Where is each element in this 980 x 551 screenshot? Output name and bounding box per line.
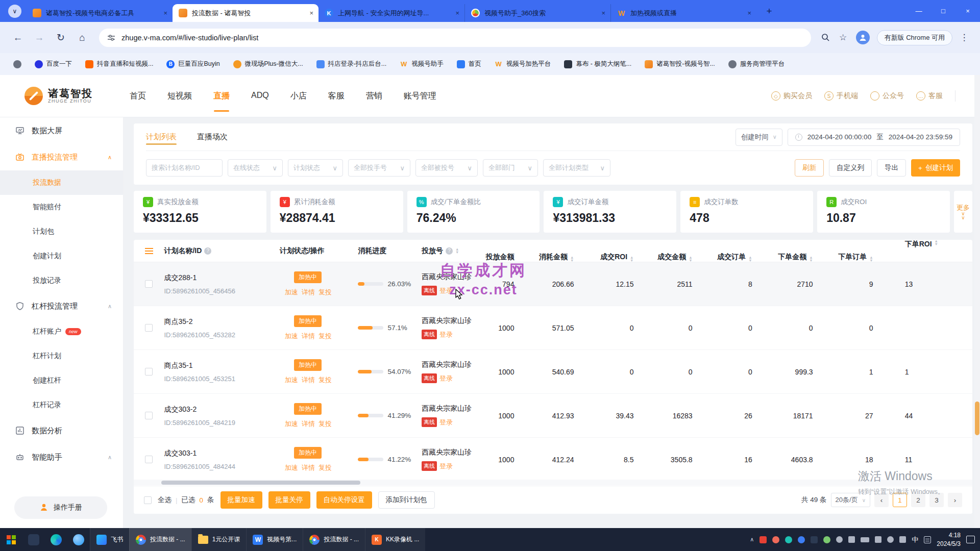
login-link[interactable]: 登录 (439, 330, 453, 339)
accelerate-link[interactable]: 加速 (285, 332, 298, 341)
minimize-button[interactable]: — (906, 0, 931, 22)
row-checkbox[interactable] (145, 280, 153, 288)
sidebar-item-data-screen[interactable]: 数据大屏 (0, 117, 123, 144)
browser-app-icon[interactable] (67, 528, 90, 551)
help-icon[interactable]: ? (204, 247, 211, 255)
mic-tray-icon[interactable] (836, 536, 843, 543)
bulk-stop-button[interactable]: 批量关停 (268, 491, 310, 509)
speaker-tray-icon[interactable] (875, 536, 881, 543)
login-link[interactable]: 登录 (439, 418, 453, 427)
reinvest-link[interactable]: 复投 (318, 332, 332, 341)
start-button[interactable] (0, 528, 22, 551)
login-link[interactable]: 登录 (439, 462, 453, 471)
tray-icon-red[interactable] (760, 536, 767, 543)
sidebar-item-lever-account[interactable]: 杠杆账户new (0, 319, 123, 344)
table-row[interactable]: 商点35-2ID:5896261005_453282 加热中 加速详情复投 57… (134, 306, 972, 350)
custom-columns-button[interactable]: 自定义列 (829, 159, 872, 177)
browser-tab-3[interactable]: K 上网导航 - 安全实用的网址导... × (318, 4, 464, 22)
table-row[interactable]: 商点35-1ID:5896261005_453251 加热中 加速详情复投 54… (134, 350, 972, 394)
back-icon[interactable]: ← (9, 29, 27, 46)
close-icon[interactable]: × (601, 9, 605, 17)
sidebar-item-create-lever[interactable]: 创建杠杆 (0, 368, 123, 393)
close-icon[interactable]: × (455, 9, 459, 17)
browser-tab-1[interactable]: 诸葛智投-视频号电商必备工具 × (27, 4, 173, 22)
plan-search-input[interactable]: 搜索计划名称/ID (146, 159, 223, 177)
bookmark-buyin[interactable]: B巨量百应Buyin (166, 60, 219, 68)
chrome-update-button[interactable]: 有新版 Chrome 可用 (877, 30, 952, 45)
bookmark-mubu[interactable]: 幕布 - 极简大纲笔... (564, 60, 631, 68)
bookmark-doudian[interactable]: 抖店登录-抖店后台... (316, 60, 387, 68)
export-button[interactable]: 导出 (877, 159, 906, 177)
tab-search-button[interactable]: ∨ (8, 5, 21, 18)
menu-dots-icon[interactable]: ⋮ (955, 29, 973, 46)
sidebar-item-create-plan[interactable]: 创建计划 (0, 244, 123, 268)
column-settings-icon[interactable] (145, 248, 153, 254)
nav-home[interactable]: 首页 (130, 88, 146, 105)
mobile-link[interactable]: S手机端 (824, 91, 858, 101)
nav-account-mgmt[interactable]: 账号管理 (404, 88, 436, 105)
sort-icons[interactable]: ▲▼ (689, 256, 692, 262)
browser-tab-5[interactable]: W 加热视频或直播 × (610, 4, 756, 22)
sidebar-item-smart-compensation[interactable]: 智能赔付 (0, 195, 123, 219)
reinvest-link[interactable]: 复投 (318, 375, 332, 385)
forward-icon[interactable]: → (31, 29, 48, 46)
create-plan-button[interactable]: +创建计划 (911, 159, 960, 177)
maximize-button[interactable]: □ (931, 0, 955, 22)
nav-adq[interactable]: ADQ (251, 88, 269, 105)
close-icon[interactable]: × (747, 9, 751, 17)
auto-stop-settings-button[interactable]: 自动关停设置 (316, 491, 372, 509)
refresh-button[interactable]: 刷新 (795, 159, 824, 177)
sort-icons[interactable]: ▲▼ (455, 248, 459, 254)
more-stats-button[interactable]: 更多 ∨ ∨ (954, 191, 972, 233)
next-page-button[interactable]: › (948, 493, 962, 507)
tray-expand-icon[interactable]: ∧ (750, 536, 754, 543)
accelerate-link[interactable]: 加速 (285, 419, 298, 429)
keyboard-layout-icon[interactable] (924, 536, 931, 543)
date-range-picker[interactable]: 2024-04-20 00:00:00 至 2024-04-20 23:59:5… (788, 129, 960, 146)
accelerate-link[interactable]: 加速 (285, 375, 298, 385)
bookmark-provider-platform[interactable]: 服务商管理平台 (728, 60, 785, 68)
reinvest-link[interactable]: 复投 (318, 463, 332, 472)
plan-type-select[interactable]: 全部计划类型∨ (543, 159, 610, 177)
nav-shop[interactable]: 小店 (290, 88, 307, 105)
bookmark-baidu[interactable]: 百度一下 (35, 60, 72, 68)
bookmark-globe[interactable] (13, 60, 21, 68)
close-icon[interactable]: × (309, 9, 313, 17)
usb-tray-icon[interactable] (887, 536, 894, 543)
close-window-button[interactable]: × (955, 0, 980, 22)
add-to-package-button[interactable]: 添加到计划包 (378, 491, 435, 509)
sidebar-item-data-analysis[interactable]: 数据分析 (0, 417, 123, 444)
tray-icon-orange[interactable] (772, 536, 779, 543)
sidebar-item-delivery-record[interactable]: 投放记录 (0, 268, 123, 293)
home-icon[interactable]: ⌂ (74, 29, 91, 46)
bookmark-heat-platform[interactable]: W视频号加热平台 (495, 60, 551, 68)
table-row[interactable]: 成交288-1ID:5896261005_456456 加热中 加速详情复投 2… (134, 262, 972, 306)
plan-status-select[interactable]: 计划状态∨ (288, 159, 343, 177)
browser-tab-4[interactable]: 视频号助手_360搜索 × (464, 4, 610, 22)
taskbar-app-kk-recorder[interactable]: KKK录像机 ... (365, 528, 425, 551)
tray-icon-dark[interactable] (811, 536, 818, 543)
buy-membership-link[interactable]: ◇购买会员 (771, 91, 812, 101)
accelerate-link[interactable]: 加速 (285, 288, 298, 297)
customer-service-link[interactable]: …客服 (916, 91, 943, 101)
app-logo[interactable]: 诸葛智投 ZHUGE ZHITOU (48, 88, 93, 104)
department-select[interactable]: 全部部门∨ (483, 159, 538, 177)
online-status-select[interactable]: 在线状态∨ (228, 159, 283, 177)
nav-service[interactable]: 客服 (328, 88, 345, 105)
detail-link[interactable]: 详情 (302, 463, 315, 472)
login-link[interactable]: 登录 (439, 286, 453, 295)
sort-icons[interactable]: ▲▼ (630, 256, 633, 262)
table-row[interactable]: 成交303-1ID:5896261005_484244 加热中 加速详情复投 4… (134, 438, 972, 482)
tab-live-sessions[interactable]: 直播场次 (197, 125, 228, 149)
browser-tab-2-active[interactable]: 投流数据 - 诸葛智投 × (173, 4, 318, 22)
taskbar-app-folder[interactable]: 1元公开课 (191, 528, 247, 551)
edge-browser-icon[interactable] (45, 528, 67, 551)
row-checkbox[interactable] (145, 368, 153, 375)
pitcher-account-select[interactable]: 全部投手号∨ (348, 159, 410, 177)
row-checkbox[interactable] (145, 324, 153, 332)
reinvest-link[interactable]: 复投 (318, 288, 332, 297)
sidebar-item-lever-record[interactable]: 杠杆记录 (0, 393, 123, 417)
address-bar[interactable]: zhuge.v-ma.com/#/live-studio/live-plan/l… (99, 29, 811, 47)
reinvest-link[interactable]: 复投 (318, 419, 332, 429)
sidebar-group-live-ads[interactable]: 直播投流管理 ∧ (0, 144, 123, 170)
